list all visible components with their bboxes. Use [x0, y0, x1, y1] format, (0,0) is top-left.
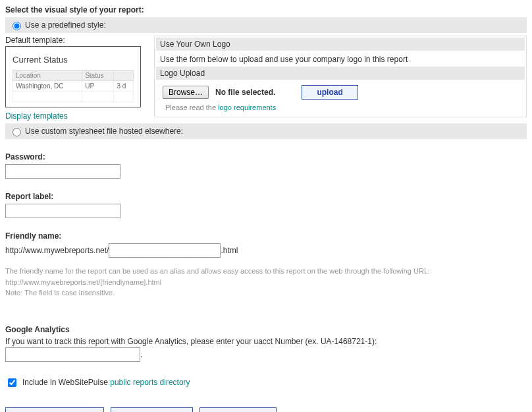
preview-col-location: Location [13, 71, 82, 81]
public-reports-link[interactable]: public reports directory [110, 378, 190, 387]
friendly-url-prefix: http://www.mywebreports.net/ [5, 246, 109, 255]
submit-save-button[interactable]: Submit & Save [111, 407, 193, 413]
upload-button[interactable]: upload [302, 85, 358, 100]
include-public-checkbox[interactable] [8, 378, 16, 387]
display-templates-link[interactable]: Display templates [5, 111, 68, 121]
template-preview: Current Status Location Status Washingto… [5, 46, 141, 107]
password-label: Password: [5, 152, 527, 162]
friendly-name-label: Friendly name: [5, 231, 527, 241]
friendly-url-suffix: .html [221, 246, 238, 255]
preview-title: Current Status [13, 55, 134, 65]
password-input[interactable] [5, 164, 120, 179]
custom-style-radio[interactable] [13, 128, 21, 136]
custom-style-label: Use custom stylesheet file hosted elsewh… [25, 127, 183, 136]
predefined-style-radio[interactable] [13, 22, 21, 30]
use-own-logo-header: Use Your Own Logo [156, 38, 525, 51]
report-label-input[interactable] [5, 204, 120, 218]
ga-uacct-input[interactable] [5, 347, 140, 362]
table-row: Washington, DC UP 3 d [13, 81, 134, 92]
table-row [13, 92, 134, 102]
friendly-name-input[interactable] [109, 243, 221, 258]
no-file-label: No file selected. [215, 88, 275, 97]
preview-col-status: Status [82, 71, 114, 81]
default-template-label: Default template: [5, 36, 149, 45]
ga-heading: Google Analytics [5, 325, 527, 334]
logo-requirements-link[interactable]: logo requirements [218, 103, 276, 111]
browse-button[interactable]: Browse… [163, 86, 209, 99]
logo-hint: Please read the logo requirements [156, 103, 525, 115]
preview-table: Location Status Washington, DC UP 3 d [13, 70, 134, 102]
report-label-label: Report label: [5, 192, 527, 201]
page-heading: Select the visual style of your report: [5, 5, 527, 15]
predefined-style-row[interactable]: Use a predefined style: [5, 17, 527, 33]
preview-report-button[interactable]: Preview Report [5, 407, 104, 413]
logo-upload-header: Logo Upload [156, 67, 525, 80]
cancel-button[interactable]: Cancel [200, 407, 277, 413]
include-public-label: Include in WebSitePulse public reports d… [22, 378, 190, 387]
logo-panel: Use Your Own Logo Use the form below to … [154, 36, 527, 117]
custom-style-row[interactable]: Use custom stylesheet file hosted elsewh… [5, 123, 527, 139]
friendly-description: The friendly name for the report can be … [5, 266, 527, 299]
preview-col-blank [114, 71, 134, 81]
predefined-style-label: Use a predefined style: [25, 20, 106, 30]
ga-description: If you want to track this report with Go… [5, 337, 527, 346]
logo-instruction: Use the form below to upload and use you… [156, 52, 525, 67]
